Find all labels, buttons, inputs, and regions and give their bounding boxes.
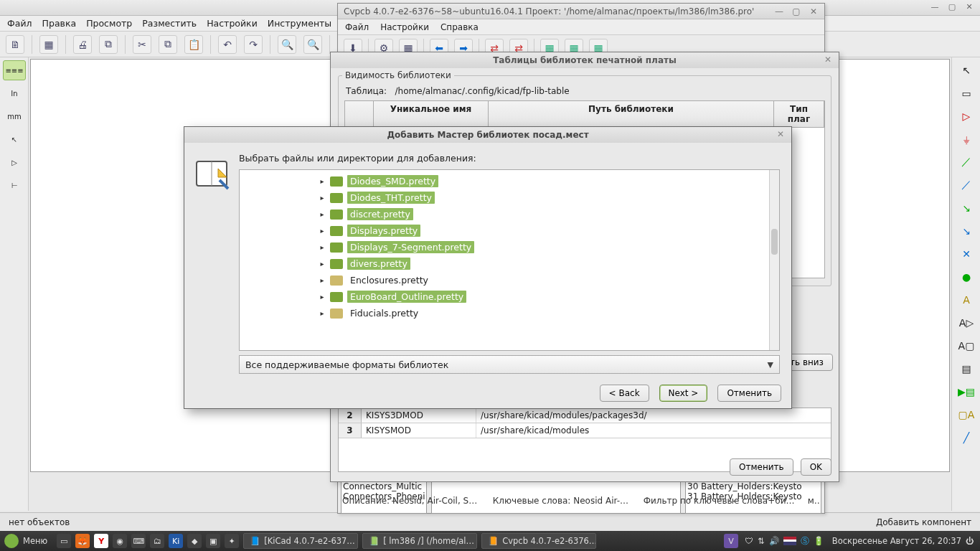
browser-chrome-icon[interactable]: ◉	[113, 534, 127, 548]
col-plugin[interactable]: Тип плаг	[774, 101, 824, 127]
tree-item[interactable]: ▸Fiducials.pretty	[319, 305, 779, 321]
cvpcb-menu-settings[interactable]: Настройки	[380, 22, 429, 32]
rt-arrow-icon[interactable]: ↖	[955, 60, 978, 80]
cvpcb-close-icon[interactable]: ✕	[809, 6, 819, 17]
cvpcb-maximize-icon[interactable]: ▢	[791, 6, 801, 17]
tool-cut-icon[interactable]: ✂	[133, 35, 151, 54]
start-menu-button[interactable]: Меню	[23, 536, 47, 546]
wizard-file-tree[interactable]: ▸Diodes_SMD.pretty▸Diodes_THT.pretty▸dis…	[239, 169, 780, 351]
expand-arrow-icon[interactable]: ▸	[319, 309, 326, 317]
task-kicad[interactable]: 📘[KiCad 4.0.7-e2-637…	[243, 533, 358, 549]
expand-arrow-icon[interactable]: ▸	[319, 293, 326, 301]
rt-bus-icon[interactable]: ／	[955, 175, 978, 195]
menu-view[interactable]: Просмотр	[86, 18, 132, 29]
tray-volume-icon[interactable]: 🔊	[769, 536, 779, 546]
maximize-icon[interactable]: ▢	[947, 3, 957, 13]
expand-arrow-icon[interactable]: ▸	[319, 227, 326, 235]
system-taskbar[interactable]: Меню ▭ 🦊 Y ◉ ⌨ 🗂 Ki ◆ ▣ ✦ 📘[KiCad 4.0.7-…	[0, 531, 980, 551]
task-eeschema[interactable]: 📗[ lm386 /] (/home/al…	[362, 533, 477, 549]
cvpcb-titlebar[interactable]: Cvpcb 4.0.7-e2-6376~58~ubuntu16.04.1 Про…	[338, 4, 824, 19]
wizard-close-icon[interactable]: ✕	[777, 129, 787, 139]
rt-zoom-region-icon[interactable]: ▭	[955, 83, 978, 103]
env-key[interactable]: KISYS3DMOD	[362, 408, 476, 423]
rt-hier-icon[interactable]: ▤	[955, 359, 978, 379]
rt-busentry2-icon[interactable]: ↘	[955, 221, 978, 241]
lt-grid-icon[interactable]: ≡≡≡	[3, 60, 26, 80]
tree-item[interactable]: ▸Diodes_SMD.pretty	[319, 173, 779, 189]
tray-keyboard-layout-icon[interactable]	[783, 537, 796, 545]
menu-edit[interactable]: Правка	[42, 18, 77, 29]
tray-skype-icon[interactable]: Ⓢ	[801, 536, 809, 547]
tray-viber-icon[interactable]: V	[724, 534, 738, 548]
table-row[interactable]: 2 KISYS3DMOD /usr/share/kicad/modules/pa…	[339, 408, 831, 423]
rt-noconnect-icon[interactable]: ✕	[955, 244, 978, 264]
tree-item[interactable]: ▸discret.pretty	[319, 206, 779, 222]
tool-undo-icon[interactable]: ↶	[218, 35, 237, 54]
rt-power-icon[interactable]: ⏚	[955, 129, 978, 149]
files-icon[interactable]: 🗂	[150, 534, 164, 548]
expand-arrow-icon[interactable]: ▸	[319, 210, 326, 218]
cvpcb-menu-help[interactable]: Справка	[440, 22, 479, 32]
tree-item[interactable]: ▸divers.pretty	[319, 255, 779, 272]
cancel-button[interactable]: Отменить	[717, 385, 781, 402]
menu-tools[interactable]: Инструменты	[268, 18, 331, 29]
kicad-launcher-icon[interactable]: Ki	[169, 534, 183, 548]
tree-item[interactable]: ▸Displays.pretty	[319, 222, 779, 239]
browser-yandex-icon[interactable]: Y	[94, 534, 108, 548]
tool-redo-icon[interactable]: ↷	[244, 35, 263, 54]
back-button[interactable]: < Back	[600, 385, 649, 402]
tree-item[interactable]: ▸Displays_7-Segment.pretty	[319, 239, 779, 255]
mint-logo-icon[interactable]	[4, 534, 19, 548]
expand-arrow-icon[interactable]: ▸	[319, 177, 326, 185]
rt-dashline-icon[interactable]: ╱	[955, 428, 978, 448]
app-icon[interactable]: ◆	[187, 534, 202, 548]
list-item[interactable]: Connectors_Multic	[343, 481, 425, 491]
lt-tree-icon[interactable]: ⊢	[3, 175, 26, 195]
tray-user-icon[interactable]: ⏻	[966, 536, 974, 546]
rt-opamp-icon[interactable]: ▷	[955, 106, 978, 126]
env-val[interactable]: /usr/share/kicad/modules	[476, 423, 831, 438]
col-name[interactable]: Уникальное имя	[374, 101, 489, 127]
expand-arrow-icon[interactable]: ▸	[319, 260, 326, 268]
libtab-close-icon[interactable]: ✕	[824, 55, 834, 65]
libtab-ok-button[interactable]: OK	[801, 458, 831, 476]
rt-label-icon[interactable]: A	[955, 290, 978, 310]
tool-zoom-icon[interactable]: 🔍	[278, 35, 296, 54]
list-item[interactable]: 30 Battery_Holders:Keysto	[687, 481, 819, 491]
tool-paste-icon[interactable]: 📋	[184, 35, 203, 54]
table-row[interactable]: 3 KISYSMOD /usr/share/kicad/modules	[339, 423, 831, 438]
rt-wire-icon[interactable]: ／	[955, 152, 978, 172]
tool-print-icon[interactable]: 🖨	[73, 35, 92, 54]
tool-zoom-fit-icon[interactable]: 🔍	[303, 35, 322, 54]
tool-plot-icon[interactable]: ⧉	[99, 35, 118, 54]
rt-import-icon[interactable]: ▶▤	[955, 382, 978, 402]
expand-arrow-icon[interactable]: ▸	[319, 243, 326, 251]
tree-item[interactable]: ▸Enclosures.pretty	[319, 272, 779, 288]
wizard-format-select[interactable]: Все поддерживаемые форматы библиотек ▼	[239, 355, 780, 374]
wizard-titlebar[interactable]: Добавить Мастер библиотек посад.мест ✕	[184, 127, 791, 143]
libtab-titlebar[interactable]: Таблицы библиотек печатной платы ✕	[331, 52, 839, 68]
rt-netlabel-icon[interactable]: A▷	[955, 313, 978, 333]
env-val[interactable]: /usr/share/kicad/modules/packages3d/	[476, 408, 831, 423]
cvpcb-menu-file[interactable]: Файл	[345, 22, 369, 32]
minimize-icon[interactable]: —	[930, 3, 940, 13]
scrollbar[interactable]	[769, 170, 779, 350]
task-cvpcb[interactable]: 📙Cvpcb 4.0.7-e2-6376…	[481, 533, 596, 549]
rt-globlabel-icon[interactable]: A▢	[955, 336, 978, 356]
show-desktop-icon[interactable]: ▭	[57, 534, 71, 548]
lt-units-in[interactable]: In	[3, 83, 26, 103]
tray-power-icon[interactable]: 🔋	[814, 536, 824, 546]
rt-sheetpin-icon[interactable]: ▢A	[955, 405, 978, 425]
tray-clock[interactable]: Воскресенье Август 26, 20:37	[832, 536, 961, 546]
app-icon[interactable]: ▣	[206, 534, 220, 548]
libtab-cancel-button[interactable]: Отменить	[730, 458, 793, 476]
tree-item[interactable]: ▸Diodes_THT.pretty	[319, 189, 779, 206]
expand-arrow-icon[interactable]: ▸	[319, 276, 326, 284]
tree-item[interactable]: ▸EuroBoard_Outline.pretty	[319, 288, 779, 305]
menu-file[interactable]: Файл	[7, 18, 32, 29]
close-icon[interactable]: ✕	[964, 3, 974, 13]
tool-new-icon[interactable]: 🗎	[6, 35, 24, 54]
tray-updates-icon[interactable]: 🛡	[745, 536, 753, 546]
cvpcb-minimize-icon[interactable]: —	[774, 6, 784, 17]
next-button[interactable]: Next >	[659, 385, 708, 402]
